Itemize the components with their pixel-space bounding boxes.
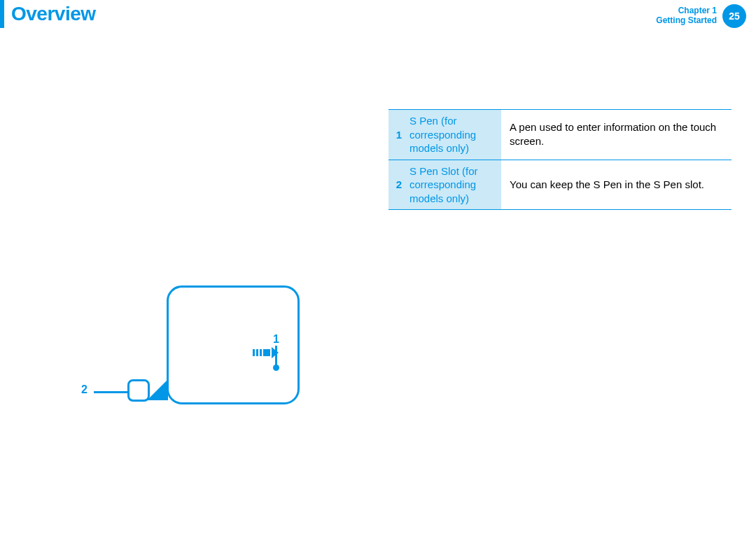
page: Overview Chapter 1 Getting Started 25 1 … [0, 0, 756, 536]
chapter-label: Chapter 1 Getting Started [656, 6, 717, 26]
chapter-line2: Getting Started [656, 15, 717, 25]
chapter-line1: Chapter 1 [656, 6, 717, 15]
page-number-badge: 25 [722, 4, 746, 28]
parts-table: 1 S Pen (for corresponding models only) … [388, 109, 732, 210]
title-accent-bar [0, 0, 4, 28]
row-number: 1 [388, 110, 410, 160]
s-pen-slot [127, 379, 150, 402]
table-row: 2 S Pen Slot (for corresponding models o… [388, 160, 732, 210]
slot-wedge [147, 379, 168, 400]
row-number: 2 [388, 160, 410, 210]
row-label: S Pen Slot (for corresponding models onl… [410, 160, 501, 210]
callout-number-2: 2 [81, 383, 88, 396]
callout-number-1: 1 [273, 333, 279, 346]
page-title: Overview [11, 3, 96, 25]
callout-line-2 [94, 391, 127, 393]
row-description: A pen used to enter information on the t… [501, 110, 732, 160]
s-pen-tip [273, 365, 279, 371]
insert-arrow-icon [253, 349, 279, 356]
row-label: S Pen (for corresponding models only) [410, 110, 501, 160]
table-row: 1 S Pen (for corresponding models only) … [388, 110, 732, 160]
device-outline [167, 285, 300, 404]
device-diagram: 2 1 [84, 285, 308, 425]
row-description: You can keep the S Pen in the S Pen slot… [501, 160, 732, 210]
